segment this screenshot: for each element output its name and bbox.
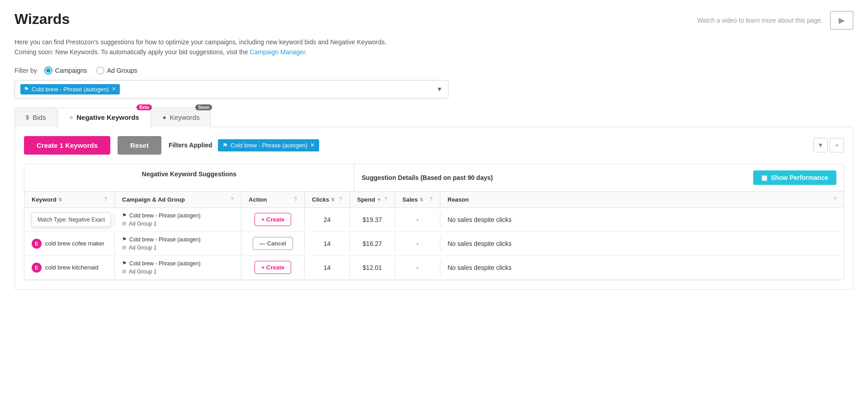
campaign-flag-icon-2: ⚑ bbox=[122, 236, 127, 242]
filter-adgroups-radio[interactable] bbox=[96, 66, 104, 75]
description-block: Here you can find Prestozon's suggestion… bbox=[14, 37, 854, 57]
create-action-button-1[interactable]: + Create bbox=[255, 213, 292, 226]
keyword-help-icon[interactable]: ? bbox=[104, 196, 107, 203]
description-text-3: . bbox=[305, 48, 307, 56]
match-type-badge-2: E bbox=[32, 239, 42, 249]
kw-circle-icon: ● bbox=[163, 114, 166, 121]
header-row: Wizards Watch a video to learn more abou… bbox=[14, 11, 854, 30]
cell-campaign-2: ⚑ Cold brew - Phrase (autogen) ⊞ Ad Grou… bbox=[115, 232, 241, 255]
tab-keywords[interactable]: ● Keywords Soon bbox=[151, 108, 211, 127]
video-hint-text: Watch a video to learn more about this p… bbox=[697, 17, 823, 24]
show-performance-button[interactable]: ▦ Show Performance bbox=[753, 170, 836, 185]
sales-sort-icon[interactable]: ⇅ bbox=[420, 197, 423, 202]
section-right-header: Suggestion Details (Based on past 90 day… bbox=[354, 164, 844, 191]
cell-clicks-3: 14 bbox=[305, 259, 350, 276]
col-header-action: Action ? bbox=[241, 192, 305, 208]
action-help-icon[interactable]: ? bbox=[294, 196, 297, 203]
cancel-action-button-2[interactable]: — Cancel bbox=[253, 237, 293, 250]
campaign-name-2: Cold brew - Phrase (autogen) bbox=[129, 236, 200, 243]
cell-sales-1: - bbox=[395, 212, 440, 228]
cell-action-3: + Create bbox=[241, 256, 305, 278]
adgroup-line-3: ⊞ Ad Group 1 bbox=[122, 269, 234, 275]
cell-clicks-1: 24 bbox=[305, 212, 350, 228]
dropdown-arrow-icon: ▼ bbox=[436, 85, 443, 93]
campaign-dropdown[interactable]: ⚑ Cold brew - Phrase (autogen) ✕ ▼ bbox=[14, 80, 448, 99]
adgroup-name-1: Ad Group 1 bbox=[129, 221, 156, 227]
clicks-help-icon[interactable]: ? bbox=[339, 196, 342, 203]
adgroup-line-2: ⊞ Ad Group 1 bbox=[122, 245, 234, 251]
col-header-clicks: Clicks ⇅ ? bbox=[305, 192, 350, 208]
cell-campaign-1: ⚑ Cold brew - Phrase (autogen) ⊞ Ad Grou… bbox=[115, 208, 241, 231]
filter-icons: ▼ + bbox=[813, 138, 844, 152]
reset-button[interactable]: Reset bbox=[118, 136, 161, 155]
clicks-value-1: 24 bbox=[324, 216, 331, 223]
tab-negative-keywords[interactable]: ○ Negative Keywords Beta bbox=[58, 108, 150, 127]
filter-campaigns-label: Campaigns bbox=[55, 67, 87, 74]
suggestions-table: Negative Keyword Suggestions Suggestion … bbox=[24, 164, 844, 280]
campaign-manager-link[interactable]: Campaign Manager bbox=[250, 48, 305, 56]
filter-icon-button[interactable]: ▼ bbox=[813, 138, 828, 152]
clicks-sort-icon[interactable]: ⇅ bbox=[331, 197, 335, 202]
page-container: Wizards Watch a video to learn more abou… bbox=[0, 0, 868, 415]
clicks-value-2: 14 bbox=[324, 240, 331, 247]
campaign-help-icon[interactable]: ? bbox=[231, 196, 234, 203]
tabs-container: $ Bids ○ Negative Keywords Beta ● Keywor… bbox=[14, 108, 854, 127]
adgroup-icon-1: ⊞ bbox=[122, 221, 126, 226]
spend-sort-icon[interactable]: ▼ bbox=[377, 197, 382, 202]
filter-row: Filter by Campaigns Ad Groups bbox=[14, 66, 854, 75]
show-performance-icon: ▦ bbox=[761, 174, 767, 181]
description-text-1: Here you can find Prestozon's suggestion… bbox=[14, 38, 387, 46]
table-section-headers: Negative Keyword Suggestions Suggestion … bbox=[24, 164, 844, 192]
filter-tag-remove[interactable]: ✕ bbox=[310, 142, 315, 148]
spend-help-icon[interactable]: ? bbox=[384, 196, 387, 203]
campaign-line-3: ⚑ Cold brew - Phrase (autogen) bbox=[122, 260, 234, 267]
keyword-text-2: cold brew cofee maker bbox=[45, 240, 104, 247]
campaign-flag-icon-3: ⚑ bbox=[122, 260, 127, 266]
main-panel: Create 1 Keywords Reset Filters Applied … bbox=[14, 127, 854, 290]
filter-adgroups-label: Ad Groups bbox=[107, 67, 137, 74]
create-keywords-button[interactable]: Create 1 Keywords bbox=[24, 136, 110, 155]
add-filter-button[interactable]: + bbox=[830, 138, 844, 152]
section-left-header: Negative Keyword Suggestions bbox=[24, 164, 354, 191]
cell-keyword-3: E cold brew kitchenaid bbox=[24, 256, 115, 279]
active-filter-tag: ⚑ Cold brew - Phrase (autogen) ✕ bbox=[218, 139, 320, 151]
cell-reason-2: No sales despite clicks bbox=[440, 236, 844, 252]
table-row: Match Type: Negative Exact ⚑ Cold brew -… bbox=[24, 208, 844, 232]
soon-badge: Soon bbox=[195, 104, 212, 110]
filter-campaigns-radio[interactable] bbox=[44, 66, 52, 75]
video-play-button[interactable]: ▶ bbox=[830, 11, 854, 30]
create-action-button-3[interactable]: + Create bbox=[255, 261, 292, 274]
campaign-name-1: Cold brew - Phrase (autogen) bbox=[129, 212, 200, 219]
campaign-name-3: Cold brew - Phrase (autogen) bbox=[129, 260, 200, 267]
filters-applied-section: Filters Applied ⚑ Cold brew - Phrase (au… bbox=[169, 139, 319, 151]
description-text-2: Coming soon: New Keywords. To automatica… bbox=[14, 48, 248, 56]
column-headers: Keyword ⇅ ? Campaign & Ad Group ? Action… bbox=[24, 192, 844, 208]
sales-value-2: - bbox=[416, 240, 419, 247]
adgroup-name-3: Ad Group 1 bbox=[129, 269, 156, 275]
reason-help-icon[interactable]: ? bbox=[833, 196, 836, 203]
keyword-sort-icon[interactable]: ⇅ bbox=[58, 197, 62, 202]
cell-action-2: — Cancel bbox=[241, 232, 305, 255]
neg-kw-suggestions-label: Negative Keyword Suggestions bbox=[142, 170, 236, 178]
tab-negative-keywords-label: Negative Keywords bbox=[76, 113, 139, 121]
adgroup-line-1: ⊞ Ad Group 1 bbox=[122, 221, 234, 227]
cell-sales-2: - bbox=[395, 236, 440, 252]
cell-spend-2: $16.27 bbox=[350, 236, 395, 252]
tab-bids[interactable]: $ Bids bbox=[14, 108, 57, 127]
col-header-sales: Sales ⇅ ? bbox=[395, 192, 440, 208]
table-row: E cold brew kitchenaid ⚑ Cold brew - Phr… bbox=[24, 256, 844, 280]
filter-label: Filter by bbox=[14, 67, 37, 74]
video-hint-area: Watch a video to learn more about this p… bbox=[697, 11, 854, 30]
page-title: Wizards bbox=[14, 11, 70, 28]
campaign-line-1: ⚑ Cold brew - Phrase (autogen) bbox=[122, 212, 234, 219]
sales-help-icon[interactable]: ? bbox=[429, 196, 433, 203]
cell-keyword-1: Match Type: Negative Exact bbox=[24, 213, 115, 226]
cell-sales-3: - bbox=[395, 259, 440, 276]
filter-campaigns-option[interactable]: Campaigns bbox=[44, 66, 87, 75]
cell-reason-1: No sales despite clicks bbox=[440, 212, 844, 228]
campaign-tag-close[interactable]: ✕ bbox=[112, 86, 116, 92]
filter-adgroups-option[interactable]: Ad Groups bbox=[96, 66, 137, 75]
beta-badge: Beta bbox=[137, 104, 152, 110]
show-performance-label: Show Performance bbox=[771, 174, 828, 181]
spend-value-2: $16.27 bbox=[363, 240, 382, 247]
